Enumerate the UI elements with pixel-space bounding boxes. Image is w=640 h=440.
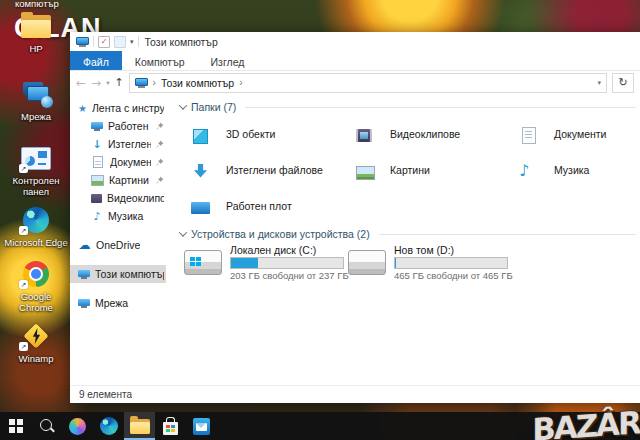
pin-icon [156,120,164,132]
divider [138,36,139,47]
folder-tile-downloads[interactable]: Изтеглени файлове [184,152,348,188]
folder-icon [21,15,51,38]
winamp-icon: ↗ [20,322,52,350]
network-icon [78,299,90,308]
nav-documents[interactable]: Документи [70,153,166,171]
nav-downloads[interactable]: ↓ Изтеглени файл [70,135,166,153]
desktop-icon-hp[interactable]: HP [3,12,69,54]
folder-tile-desktop[interactable]: Работен плот [184,188,348,224]
videos-icon [91,194,102,203]
properties-button[interactable]: ✓ [98,36,110,48]
address-bar[interactable]: › Този компютър › ▾ [129,73,607,93]
desktop-icon-chrome[interactable]: ↗ Google Chrome [3,260,69,314]
nav-onedrive[interactable]: ☁ OneDrive [70,236,166,254]
chrome-icon: ↗ [20,260,52,288]
music-folder-icon: ♪ [512,158,545,183]
desktop-icon-network[interactable]: Мрежа [3,80,69,122]
pictures-icon [91,175,104,186]
taskbar-store-button[interactable] [155,412,186,440]
pictures-folder-icon [348,158,381,183]
title-bar[interactable]: ✓ ▾ Този компютър [70,32,640,51]
pin-icon [156,174,164,186]
windows-logo-icon [9,419,23,433]
history-dropdown[interactable]: ▾ [106,79,109,87]
desktop-icon-edge[interactable]: ↗ Microsoft Edge [3,206,69,248]
taskbar-search-button[interactable] [31,412,62,440]
breadcrumb-this-pc[interactable]: Този компютър [161,77,234,89]
capacity-bar [230,257,344,269]
window-title: Този компютър [145,36,218,48]
desktop-icon-label: Мрежа [21,111,51,122]
start-button[interactable] [0,412,31,440]
downloads-folder-icon [184,158,217,183]
desktop-icon-control-panel[interactable]: ↗ Контролен панел [3,144,69,198]
nav-music[interactable]: ♪ Музика [70,207,166,225]
taskbar-copilot-button[interactable] [62,412,93,440]
drive-tile-d[interactable]: Нов том (D:) 465 ГБ свободни от 465 ГБ [348,244,636,280]
folder-tile-pictures[interactable]: Картини [348,152,512,188]
drives-grid: Локален диск (C:) 203 ГБ свободни от 237… [184,244,636,280]
tab-view[interactable]: Изглед [198,51,258,70]
hard-drive-icon [348,250,386,275]
shortcut-arrow-icon: ↗ [19,164,28,173]
this-pc-icon [78,270,90,279]
tab-file[interactable]: Файл [70,51,122,70]
nav-desktop[interactable]: Работен плот [70,117,166,135]
nav-videos[interactable]: Видеоклипове [70,189,166,207]
taskbar-edge-button[interactable] [93,412,124,440]
microsoft-store-icon [163,422,178,435]
nav-quick-access[interactable]: ★ Лента с инструменти [70,99,166,117]
navigation-pane: ★ Лента с инструменти Работен плот ↓ Изт… [70,94,166,385]
folder-tile-music[interactable]: ♪ Музика [512,152,636,188]
address-dropdown[interactable]: ▾ [597,79,601,87]
downloads-icon: ↓ [91,138,103,151]
mail-icon [193,418,210,435]
forward-button[interactable]: → [91,77,101,89]
desktop-icon [91,122,103,131]
shortcut-arrow-icon: ↗ [19,342,28,351]
nav-this-pc[interactable]: Този компютър [70,265,166,283]
explorer-window: ✓ ▾ Този компютър Файл Компютър Изглед ←… [70,32,640,403]
this-pc-icon [76,37,89,47]
nav-pictures[interactable]: Картини [70,171,166,189]
desktop-icon-label-cut: компютър [15,0,59,9]
desktop-icon-winamp[interactable]: ↗ Winamp [3,322,69,364]
breadcrumb-separator: › [153,77,156,88]
windows-flag-icon [190,257,195,261]
divider [379,234,636,235]
folder-tile-documents[interactable]: Документи [512,116,636,152]
breadcrumb-separator: › [239,77,242,88]
network-icon [20,80,52,108]
desktop: компютър C.LAN HP Мрежа ↗ Контролен пане… [0,0,640,440]
shortcut-arrow-icon: ↗ [19,226,28,235]
search-icon [39,418,55,434]
quick-access-toolbar-dropdown[interactable]: ▾ [130,38,134,46]
taskbar-file-explorer-button[interactable] [124,412,155,440]
videos-folder-icon [348,122,381,147]
new-folder-button[interactable] [114,36,126,48]
back-button[interactable]: ← [76,77,86,89]
up-button[interactable]: ↑ [114,77,123,88]
divider [93,36,94,47]
desktop-icon-label: Winamp [19,353,54,364]
chevron-down-icon [179,228,187,236]
refresh-button[interactable]: ↻ [612,73,634,93]
drive-tile-c[interactable]: Локален диск (C:) 203 ГБ свободни от 237… [184,244,348,280]
group-header-devices[interactable]: Устройства и дискови устройства (2) [180,226,636,242]
content-pane: Папки (7) 3D обекти Видеоклипове Докумен… [166,94,640,385]
folder-tile-videos[interactable]: Видеоклипове [348,116,512,152]
taskbar-mail-button[interactable] [186,412,217,440]
nav-network[interactable]: Мрежа [70,294,166,312]
folder-tile-3d-objects[interactable]: 3D обекти [184,116,348,152]
edge-icon: ↗ [20,206,52,234]
capacity-bar [394,257,508,269]
documents-folder-icon [512,122,545,147]
group-header-folders[interactable]: Папки (7) [180,99,636,115]
this-pc-icon [135,78,148,88]
ribbon-tabs: Файл Компютър Изглед [70,51,640,71]
copilot-icon [69,418,86,435]
tab-computer[interactable]: Компютър [122,51,198,70]
documents-icon [93,156,103,168]
bazar-logo: BAZÂR [532,404,640,440]
onedrive-cloud-icon: ☁ [78,238,91,252]
